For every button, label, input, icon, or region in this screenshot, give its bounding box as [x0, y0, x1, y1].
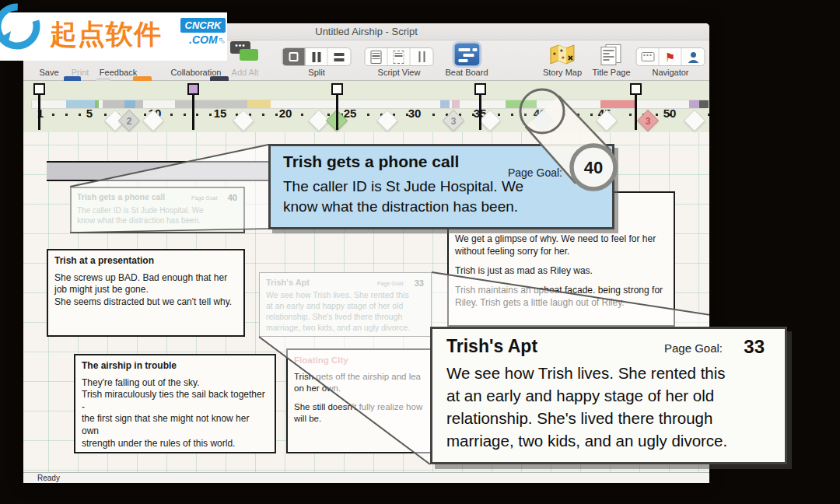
timeline-color-segment	[124, 100, 135, 108]
text-line: marriage, two kids, and an ugly divorce.	[446, 429, 771, 452]
beat-card-trish-apt[interactable]: Trish's Apt Page Goal: 33 We see how Tri…	[259, 272, 432, 337]
external-link-arrow-icon: ⇖	[218, 35, 226, 46]
script-page-view-icon[interactable]	[366, 48, 388, 65]
add-alt-button[interactable]: ••• Add Alt	[230, 40, 260, 81]
card-body: We get a glimpse of why. We need to feel…	[455, 233, 667, 309]
text-line: relationship. She's lived there through	[446, 407, 771, 429]
timeline-ruler[interactable]: 15101520253035404550 233	[23, 81, 709, 132]
timeline-marker-stem	[479, 94, 481, 130]
text-line: know what the distraction has been.	[77, 215, 238, 226]
beat-board-label: Beat Board	[445, 68, 488, 77]
timeline-marker-stem	[635, 94, 637, 130]
split-none-icon[interactable]	[283, 48, 306, 65]
timeline-color-segment	[452, 100, 460, 108]
page-goal-label: Page Goal:	[664, 341, 723, 355]
story-map-icon	[548, 43, 576, 66]
script-view-label: Script View	[378, 68, 421, 77]
split-control[interactable]: Split	[282, 40, 352, 81]
dual-dialogue-icon[interactable]	[411, 48, 433, 65]
flag-icon[interactable]: ⚑	[660, 48, 682, 65]
save-label: Save	[39, 68, 58, 77]
ruler-tick	[498, 114, 500, 116]
timeline-marker-flag[interactable]	[33, 83, 45, 95]
title-page-button[interactable]: Title Page	[592, 40, 630, 81]
ruler-tick	[196, 114, 198, 116]
watermark-badge: CNCRK	[180, 18, 226, 33]
beat-board-button[interactable]: Beat Board	[445, 40, 488, 81]
beat-diamond-count: 3	[640, 114, 656, 129]
magnified-card-phone-call: Trish gets a phone call Page Goal: The c…	[268, 144, 614, 229]
split-horizontal-icon[interactable]	[328, 48, 351, 65]
text-line: Riley. Trish gets a little laugh out of …	[455, 297, 667, 310]
beat-card-floating-city[interactable]: Floating City Trish gets off the airship…	[286, 348, 443, 453]
ruler-tick	[65, 114, 68, 116]
ruler-tick	[79, 114, 81, 116]
text-line: She seems distracted but we can't tell w…	[54, 296, 237, 309]
beat-diamond[interactable]: 2	[118, 110, 140, 131]
text-line: will be.	[294, 413, 436, 425]
timeline-color-segment	[689, 100, 699, 108]
timeline-marker-flag[interactable]	[474, 83, 486, 95]
screen: Untitled Airship - Script Save Print Fee…	[0, 0, 840, 504]
chat-bubbles-icon: •••	[230, 41, 260, 66]
timeline-marker-flag[interactable]	[187, 83, 199, 95]
script-scroll-view-icon[interactable]	[388, 48, 411, 65]
ruler-tick	[262, 114, 264, 116]
beat-diamond-count: 3	[446, 114, 461, 129]
ruler-tick	[656, 114, 658, 116]
callout-title: Trish's Apt	[446, 336, 537, 356]
ruler-number: 20	[279, 107, 292, 120]
watermark-domain: .COM	[189, 33, 218, 46]
text-line: know what the distraction has been.	[283, 197, 600, 217]
card-body: We see how Trish lives. She rented thisa…	[266, 290, 425, 333]
ruler-tick	[564, 114, 566, 116]
callout-body: The caller ID is St Jude Hospital. Wekno…	[283, 177, 600, 217]
ruler-tick	[432, 114, 435, 116]
story-map-label: Story Map	[543, 68, 582, 77]
story-map-button[interactable]: Story Map	[543, 40, 582, 81]
card-body: The caller ID is St Jude Hospital. Wekno…	[77, 205, 238, 226]
callout-title: Trish gets a phone call	[283, 152, 459, 170]
text-line: on her own.	[294, 383, 436, 394]
card-body: They're falling out of the sky.Trish mir…	[82, 377, 268, 450]
text-line: marriage, two kids, and an ugly divorce.	[266, 323, 425, 334]
text-line: We see how Trish lives. She rented this	[446, 362, 771, 384]
timeline-marker-flag[interactable]	[630, 83, 642, 95]
beat-card-phone-call[interactable]: Trish gets a phone call Page Goal: 40 Th…	[70, 187, 245, 233]
card-body: Trish gets off the airship and leaon her…	[294, 371, 436, 425]
beat-board-icon	[453, 43, 480, 66]
beat-card-presentation[interactable]: Trish at a presentation She screws up BA…	[47, 249, 245, 337]
beat-card-airship-trouble[interactable]: The airship in trouble They're falling o…	[74, 354, 276, 453]
print-label: Print	[72, 68, 89, 77]
timeline-marker-flag[interactable]	[331, 83, 343, 95]
text-line: We see how Trish lives. She rented this	[266, 290, 425, 301]
swirl-logo-icon	[0, 2, 45, 51]
character-icon[interactable]	[682, 48, 705, 65]
page-goal-value: 33	[415, 278, 424, 289]
text-line: Trish maintains an upbeat facade. being …	[455, 285, 667, 297]
navigator-control[interactable]: ⚑ Navigator	[636, 40, 705, 81]
card-title: Floating City	[294, 355, 436, 366]
timeline-color-segment	[699, 100, 709, 108]
magnified-card-trish-apt: Trish's Apt Page Goal: 33 We see how Tri…	[430, 327, 787, 464]
text-line: relationship. She's lived there through	[266, 312, 425, 323]
script-view-control[interactable]: Script View	[365, 40, 434, 81]
watermark-brand-text: 起点软件	[50, 16, 162, 53]
title-page-label: Title Page	[592, 68, 630, 77]
ruler-tick	[52, 114, 54, 116]
scene-board-icon[interactable]	[637, 48, 660, 65]
text-line: the first sign that she might not know h…	[82, 413, 268, 437]
callout-body: We see how Trish lives. She rented thisa…	[446, 362, 771, 452]
timeline-marker-stem	[192, 94, 194, 130]
text-line	[294, 394, 436, 401]
text-line: She still doesn't fully realize how	[294, 401, 436, 413]
ruler-tick	[524, 114, 527, 116]
timeline-color-segment	[95, 100, 99, 108]
status-bar: Ready	[23, 472, 709, 483]
ruler-tick	[209, 114, 212, 116]
add-alt-label: Add Alt	[232, 68, 259, 77]
split-vertical-icon[interactable]	[306, 48, 328, 65]
text-line	[455, 257, 667, 265]
page-goal-value: 40	[228, 192, 237, 203]
beat-diamond[interactable]	[684, 110, 705, 131]
